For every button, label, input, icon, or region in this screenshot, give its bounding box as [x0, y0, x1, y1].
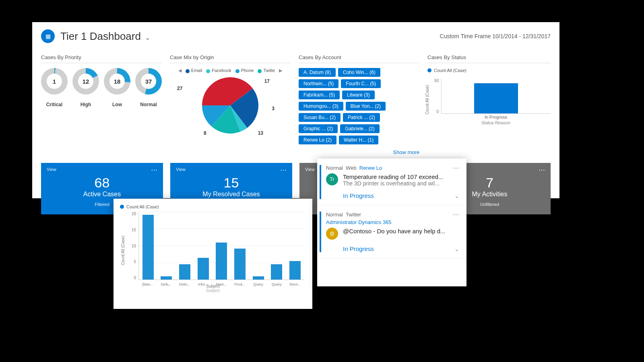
account-pill[interactable]: Coho Win... (6) — [338, 68, 380, 77]
dashboard-title-dropdown[interactable]: Tier 1 Dashboard ⌄ — [60, 30, 150, 43]
card-title: @Contoso - Do you have any help d... — [343, 228, 459, 234]
account-pill[interactable]: Humongou... (3) — [299, 102, 343, 111]
account-title: Cases By Account — [299, 54, 419, 63]
more-icon[interactable]: ⋯ — [453, 211, 460, 218]
origin-chart: ◀ Email Facebook Phone Twitte ▶ 27 17 — [170, 68, 291, 134]
pie-label-3: 3 — [272, 106, 275, 111]
origin-legend: ◀ Email Facebook Phone Twitte ▶ — [170, 68, 291, 73]
status-legend: Count:All (Case) — [427, 68, 551, 73]
activity-card[interactable]: Normal TwitterAdministrator Dynamics 365… — [317, 205, 466, 258]
subject-barchart[interactable]: Count:All (Case) 20151050 (blan...Defa..… — [120, 212, 306, 292]
origin-section: Case Mix by Origin ◀ Email Facebook Phon… — [170, 54, 291, 156]
header-left: ▦ Tier 1 Dashboard ⌄ — [41, 29, 150, 43]
bar[interactable] — [161, 276, 172, 280]
card-accent — [320, 165, 321, 199]
origin-pie[interactable] — [202, 77, 258, 134]
avatar: @ — [326, 228, 338, 240]
bar[interactable] — [142, 215, 154, 280]
bar[interactable] — [179, 264, 190, 280]
chevron-down-icon[interactable]: ⌄ — [454, 193, 459, 199]
pie-label-13: 13 — [258, 130, 263, 136]
dashboard-icon: ▦ — [41, 29, 55, 43]
account-pill[interactable]: Graphic ... (2) — [299, 124, 338, 133]
account-pill[interactable]: Blue Yon... (2) — [346, 102, 386, 111]
legend-item[interactable]: Phone — [235, 68, 254, 73]
account-pill[interactable]: Patrick ... (2) — [343, 113, 380, 122]
legend-next-icon[interactable]: ▶ — [279, 68, 282, 73]
avatar: Tr — [326, 173, 338, 185]
bar[interactable] — [234, 249, 246, 280]
charts-row: Cases By Priority 1 Critical 12 High 18 … — [41, 54, 551, 156]
account-pill[interactable]: Litware (3) — [342, 90, 375, 99]
donut-normal[interactable]: 37 Normal — [135, 68, 162, 107]
status-y-axis: 500 — [427, 78, 439, 114]
chevron-down-icon[interactable]: ⌄ — [454, 246, 459, 252]
bar[interactable] — [198, 258, 209, 280]
chevron-down-icon: ⌄ — [145, 34, 150, 41]
status-chart[interactable]: Count:All (Case) 500 In Progress Status … — [427, 73, 551, 125]
legend-item[interactable]: Twitte — [258, 68, 275, 73]
tile-view-link[interactable]: View — [176, 167, 287, 172]
bar[interactable] — [289, 261, 301, 280]
pie-label-8: 8 — [204, 130, 206, 136]
bar[interactable] — [253, 276, 264, 280]
pie-label-27: 27 — [177, 86, 182, 91]
legend-item[interactable]: Facebook — [206, 68, 231, 73]
account-pill[interactable]: Fourth C... (5) — [341, 79, 381, 88]
priority-title: Cases By Priority — [41, 54, 162, 63]
account-pill[interactable]: Renee Lo (2) — [299, 136, 336, 144]
priority-donuts: 1 Critical 12 High 18 Low 37 Normal — [41, 68, 162, 107]
legend-item[interactable]: Email — [186, 68, 202, 73]
dashboard-panel: ▦ Tier 1 Dashboard ⌄ Custom Time Frame 1… — [32, 22, 559, 198]
account-section: Cases By Account A. Datum (8)Coho Win...… — [299, 54, 419, 156]
bar[interactable] — [216, 243, 227, 280]
account-pill[interactable]: Susan Bu... (2) — [299, 113, 341, 122]
more-icon[interactable]: ⋯ — [453, 164, 460, 172]
page-title: Tier 1 Dashboard — [60, 30, 141, 42]
card-status[interactable]: In Progress — [343, 245, 374, 252]
barchart-y-axis: 20151050 — [128, 212, 136, 280]
donut-high[interactable]: 12 High — [72, 68, 99, 107]
account-pill[interactable]: Walter H... (1) — [339, 136, 378, 144]
status-section: Cases By Status Count:All (Case) Count:A… — [427, 54, 551, 156]
card-status[interactable]: In Progress — [343, 192, 374, 199]
bar[interactable] — [271, 264, 282, 280]
account-pill[interactable]: A. Datum (8) — [299, 68, 336, 77]
more-icon[interactable]: ⋯ — [151, 166, 158, 174]
card-description: The 3D printer is overheating and wil... — [343, 180, 459, 187]
donut-low[interactable]: 18 Low — [104, 68, 130, 107]
activity-card[interactable]: Normal Web Renee Lo⋯TrTemperature readin… — [317, 158, 466, 205]
card-title: Temperature reading of 107 exceed... — [343, 173, 459, 180]
more-icon[interactable]: ⋯ — [539, 166, 546, 174]
legend-prev-icon[interactable]: ◀ — [178, 68, 182, 73]
account-pill[interactable]: Northwin... (5) — [299, 79, 339, 88]
account-pill[interactable]: Fabrikam... (5) — [299, 90, 340, 99]
status-title: Cases By Status — [427, 54, 551, 63]
more-icon[interactable]: ⋯ — [280, 166, 287, 174]
dashboard-header: ▦ Tier 1 Dashboard ⌄ Custom Time Frame 1… — [41, 29, 551, 43]
barchart-legend: Count:All (Case) — [120, 204, 306, 209]
pie-label-17: 17 — [264, 78, 270, 84]
activity-cards-panel: Normal Web Renee Lo⋯TrTemperature readin… — [317, 158, 466, 286]
card-accent — [320, 212, 321, 252]
timeframe-label: Custom Time Frame 10/1/2014 - 12/31/2017 — [440, 33, 551, 39]
donut-critical[interactable]: 1 Critical — [41, 68, 68, 107]
priority-section: Cases By Priority 1 Critical 12 High 18 … — [41, 54, 162, 156]
show-more-link[interactable]: Show more — [393, 149, 419, 155]
subject-barchart-panel: Count:All (Case) Count:All (Case) 201510… — [114, 199, 312, 309]
tile-view-link[interactable]: View — [47, 167, 157, 172]
account-pills: A. Datum (8)Coho Win... (6)Northwin... (… — [299, 68, 419, 144]
account-pill[interactable]: Gabriele... (2) — [340, 124, 379, 133]
origin-title: Case Mix by Origin — [170, 54, 291, 63]
